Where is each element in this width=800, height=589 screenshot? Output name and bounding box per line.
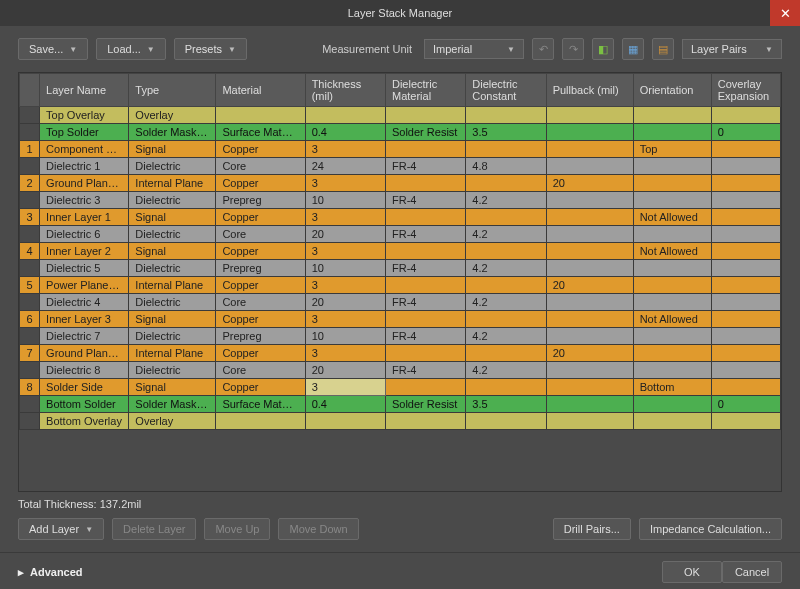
cell-orient[interactable]: Top [633,141,711,158]
table-row[interactable]: 6Inner Layer 3SignalCopper3Not Allowed [20,311,781,328]
cell-thk[interactable]: 3 [305,379,385,396]
cell-name[interactable]: Bottom Solder [40,396,129,413]
cell-type[interactable]: Internal Plane [129,277,216,294]
cell-cov[interactable] [711,209,780,226]
table-row[interactable]: Dielectric 5DielectricPrepreg10FR-44.2 [20,260,781,277]
cell-orient[interactable]: Not Allowed [633,311,711,328]
cell-material[interactable]: Copper [216,243,305,260]
undo-button[interactable] [532,38,554,60]
cell-dconst[interactable] [466,141,546,158]
cell-cov[interactable] [711,413,780,430]
cell-num[interactable] [20,226,40,243]
cell-name[interactable]: Ground Plane 1 ... [40,175,129,192]
cell-thk[interactable] [305,413,385,430]
cell-name[interactable]: Inner Layer 3 [40,311,129,328]
presets-button[interactable]: Presets▼ [174,38,247,60]
cell-num[interactable] [20,192,40,209]
cell-dmat[interactable] [385,413,465,430]
cell-dmat[interactable]: FR-4 [385,362,465,379]
cell-orient[interactable] [633,294,711,311]
column-header[interactable]: Pullback (mil) [546,74,633,107]
table-row[interactable]: 4Inner Layer 2SignalCopper3Not Allowed [20,243,781,260]
cell-orient[interactable] [633,226,711,243]
cell-pull[interactable] [546,192,633,209]
drill-pairs-button[interactable]: Drill Pairs... [553,518,631,540]
cell-material[interactable]: Surface Material [216,124,305,141]
cell-type[interactable]: Solder Mask/Co... [129,124,216,141]
cell-dconst[interactable]: 4.2 [466,226,546,243]
table-row[interactable]: Dielectric 3DielectricPrepreg10FR-44.2 [20,192,781,209]
cell-cov[interactable] [711,141,780,158]
cell-pull[interactable] [546,107,633,124]
cell-type[interactable]: Solder Mask/Co... [129,396,216,413]
cell-dconst[interactable]: 4.2 [466,192,546,209]
cell-num[interactable]: 5 [20,277,40,294]
cell-dmat[interactable] [385,277,465,294]
cell-cov[interactable] [711,260,780,277]
cell-name[interactable]: Dielectric 1 [40,158,129,175]
layer-pairs-select[interactable]: Layer Pairs▼ [682,39,782,59]
measurement-unit-select[interactable]: Imperial▼ [424,39,524,59]
table-row[interactable]: Dielectric 7DielectricPrepreg10FR-44.2 [20,328,781,345]
cancel-button[interactable]: Cancel [722,561,782,583]
table-row[interactable]: 7Ground Plane 2 ...Internal PlaneCopper3… [20,345,781,362]
cell-name[interactable]: Top Overlay [40,107,129,124]
cell-pull[interactable] [546,226,633,243]
cell-type[interactable]: Signal [129,209,216,226]
cell-cov[interactable] [711,158,780,175]
cell-material[interactable]: Copper [216,345,305,362]
cell-dmat[interactable] [385,175,465,192]
column-header[interactable]: Coverlay Expansion [711,74,780,107]
tool-button-2[interactable] [622,38,644,60]
cell-material[interactable]: Copper [216,175,305,192]
cell-orient[interactable] [633,362,711,379]
cell-dconst[interactable] [466,209,546,226]
cell-pull[interactable] [546,362,633,379]
cell-cov[interactable] [711,345,780,362]
cell-dconst[interactable]: 3.5 [466,396,546,413]
cell-pull[interactable] [546,396,633,413]
table-row[interactable]: Dielectric 8DielectricCore20FR-44.2 [20,362,781,379]
cell-dconst[interactable]: 4.2 [466,362,546,379]
cell-material[interactable]: Core [216,294,305,311]
cell-cov[interactable] [711,362,780,379]
cell-orient[interactable] [633,107,711,124]
cell-thk[interactable]: 3 [305,243,385,260]
cell-cov[interactable]: 0 [711,396,780,413]
cell-thk[interactable]: 3 [305,345,385,362]
cell-type[interactable]: Dielectric [129,260,216,277]
cell-name[interactable]: Dielectric 8 [40,362,129,379]
cell-thk[interactable]: 20 [305,226,385,243]
cell-orient[interactable]: Not Allowed [633,243,711,260]
ok-button[interactable]: OK [662,561,722,583]
table-row[interactable]: 2Ground Plane 1 ...Internal PlaneCopper3… [20,175,781,192]
cell-orient[interactable]: Not Allowed [633,209,711,226]
cell-dconst[interactable] [466,379,546,396]
cell-type[interactable]: Signal [129,243,216,260]
cell-type[interactable]: Dielectric [129,294,216,311]
cell-thk[interactable]: 0.4 [305,124,385,141]
cell-dconst[interactable]: 4.2 [466,294,546,311]
cell-num[interactable] [20,362,40,379]
cell-name[interactable]: Inner Layer 1 [40,209,129,226]
cell-orient[interactable] [633,328,711,345]
cell-type[interactable]: Dielectric [129,192,216,209]
cell-orient[interactable] [633,277,711,294]
cell-name[interactable]: Inner Layer 2 [40,243,129,260]
cell-orient[interactable]: Bottom [633,379,711,396]
cell-thk[interactable]: 10 [305,328,385,345]
cell-num[interactable]: 3 [20,209,40,226]
cell-thk[interactable]: 3 [305,277,385,294]
cell-dmat[interactable]: FR-4 [385,328,465,345]
column-header[interactable]: Type [129,74,216,107]
cell-name[interactable]: Component Side [40,141,129,158]
cell-pull[interactable] [546,243,633,260]
cell-dconst[interactable]: 4.8 [466,158,546,175]
cell-dmat[interactable]: FR-4 [385,294,465,311]
cell-name[interactable]: Bottom Overlay [40,413,129,430]
cell-thk[interactable]: 3 [305,141,385,158]
cell-material[interactable]: Core [216,362,305,379]
cell-pull[interactable] [546,379,633,396]
close-button[interactable]: ✕ [770,0,800,26]
cell-thk[interactable]: 24 [305,158,385,175]
